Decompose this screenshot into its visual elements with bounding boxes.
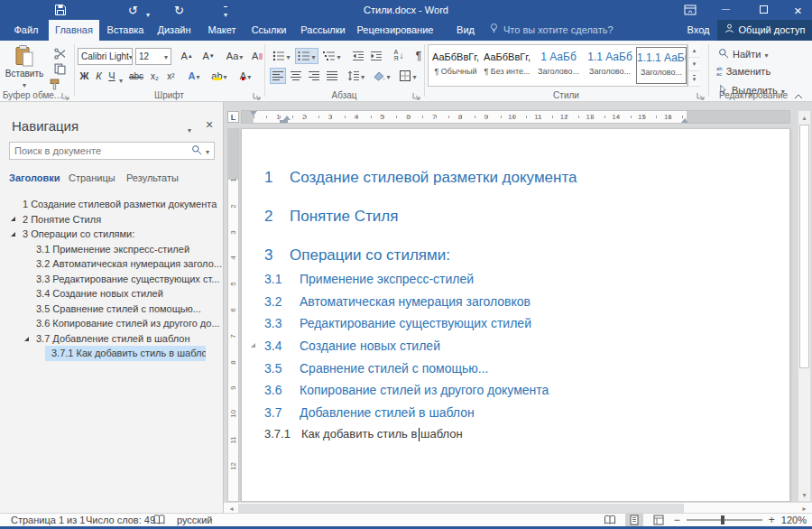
web-layout-icon[interactable] (650, 514, 668, 526)
line-spacing-button[interactable] (345, 68, 367, 84)
heading-collapse-triangle-icon[interactable] (251, 343, 255, 348)
doc-heading[interactable]: 3.7.1Как добавить стиль в шаблон (264, 427, 463, 441)
nav-tab-results[interactable]: Результаты (126, 172, 179, 183)
clear-formatting-button[interactable]: А (251, 48, 263, 64)
zoom-out-button[interactable]: − (674, 515, 680, 524)
doc-heading[interactable]: 3.1Применение экспресс-стилей (264, 272, 474, 286)
bold-button[interactable]: Ж (78, 68, 91, 84)
superscript-button[interactable]: x² (163, 68, 179, 84)
vertical-scrollbar[interactable]: ▴ ▾ (798, 110, 811, 502)
gallery-more-icon[interactable]: ▾ (687, 71, 700, 87)
search-options-icon[interactable] (206, 145, 209, 156)
font-family-select[interactable]: Calibri Light (78, 48, 133, 65)
decrease-indent-button[interactable] (350, 48, 366, 64)
change-case-button[interactable]: Аа (222, 48, 247, 64)
doc-heading[interactable]: 3.4Создание новых стилей (264, 339, 440, 353)
replace-button[interactable]: abac Заменить (716, 66, 770, 77)
increase-indent-button[interactable] (368, 48, 384, 64)
chevron-down-icon[interactable] (119, 74, 123, 85)
shading-button[interactable] (370, 68, 393, 84)
doc-heading[interactable]: 3.5Сравнение стилей с помощью... (264, 361, 488, 376)
tab-layout[interactable]: Макет (202, 20, 242, 41)
scroll-up-icon[interactable]: ▴ (798, 112, 810, 124)
clipboard-dialog-launcher-icon[interactable] (61, 91, 69, 99)
underline-button[interactable]: Ч (106, 68, 118, 84)
tab-home[interactable]: Главная (49, 20, 99, 41)
cut-icon[interactable] (54, 48, 66, 61)
shrink-font-button[interactable]: А▾ (198, 48, 217, 64)
tab-design[interactable]: Дизайн (152, 20, 197, 41)
nav-heading-item[interactable]: 3.1 Применение экспресс-стилей (0, 242, 222, 257)
align-right-button[interactable] (306, 68, 322, 84)
style-card-heading1[interactable]: 1 АаБб Заголово... (533, 47, 584, 84)
collapse-triangle-icon[interactable] (11, 232, 15, 237)
zoom-slider-thumb[interactable] (721, 515, 724, 524)
tab-insert[interactable]: Вставка (103, 20, 148, 41)
align-center-button[interactable] (288, 68, 304, 84)
nav-heading-item[interactable]: 2 Понятие Стиля (0, 212, 222, 227)
nav-heading-item[interactable]: 3.2 Автоматическая нумерация заголо... (0, 256, 222, 272)
styles-dialog-launcher-icon[interactable] (697, 91, 705, 99)
nav-heading-item[interactable]: 3.3 Редактирование существующих ст... (0, 272, 222, 287)
language-indicator[interactable]: русский (177, 514, 212, 526)
zoom-level[interactable]: 120% (781, 515, 807, 525)
font-color-button[interactable]: А (234, 68, 257, 84)
nav-heading-item[interactable]: 3 Операции со стилями: (0, 227, 222, 242)
tab-mailings[interactable]: Рассылки (296, 20, 350, 41)
right-indent-marker[interactable] (681, 118, 688, 123)
left-indent-marker[interactable] (280, 120, 288, 123)
font-dialog-launcher-icon[interactable] (253, 91, 261, 99)
style-card-no-spacing[interactable]: АаБбВвГг, ¶ Без инте... (482, 47, 532, 84)
multilevel-list-button[interactable] (321, 48, 343, 64)
highlight-color-button[interactable]: ab (208, 68, 231, 84)
collapse-ribbon-icon[interactable] (793, 91, 804, 102)
sort-button[interactable]: АЯ↓ (390, 47, 408, 63)
first-line-indent-marker[interactable] (250, 111, 257, 116)
collapse-triangle-icon[interactable] (11, 217, 15, 221)
tab-view[interactable]: Вид (451, 20, 480, 41)
sign-in-button[interactable]: Вход (681, 20, 715, 41)
doc-heading[interactable]: 2Понятие Стиля (264, 208, 398, 226)
tab-review[interactable]: Рецензирование (355, 20, 435, 41)
numbering-button[interactable] (295, 48, 318, 64)
nav-tab-pages[interactable]: Страницы (69, 172, 115, 183)
nav-heading-item[interactable]: 3.7 Добавление стилей в шаблон (0, 331, 222, 347)
nav-tab-headings[interactable]: Заголовки (9, 172, 60, 183)
tab-references[interactable]: Ссылки (247, 20, 291, 41)
align-left-button[interactable] (270, 68, 286, 84)
nav-heading-item[interactable]: 3.6 Копирование стилей из другого до... (0, 316, 222, 331)
tell-me-box[interactable]: Что вы хотите сделать? (489, 20, 614, 41)
tab-file[interactable]: Файл (7, 20, 45, 41)
style-card-heading3[interactable]: 1.1.1 АаБб Заголово... (636, 47, 687, 84)
doc-heading[interactable]: 3.2Автоматическая нумерация заголовков (264, 294, 531, 309)
nav-heading-item[interactable]: 3.4 Создание новых стилей (0, 286, 222, 302)
justify-button[interactable] (324, 68, 340, 84)
maximize-button[interactable] (760, 5, 768, 14)
vertical-scroll-thumb[interactable] (799, 125, 809, 368)
nav-pane-menu-icon[interactable] (188, 124, 191, 135)
close-button[interactable] (794, 3, 802, 18)
gallery-scroll-down-icon[interactable]: ▾ (687, 58, 700, 71)
strikethrough-button[interactable]: abc (126, 68, 146, 84)
paste-button[interactable]: Вставить (4, 45, 45, 90)
scroll-down-icon[interactable]: ▾ (798, 489, 810, 501)
doc-heading[interactable]: 1Создание стилевой разметки документа (264, 169, 577, 187)
grow-font-button[interactable]: А▴ (177, 48, 196, 64)
read-mode-icon[interactable] (601, 514, 619, 526)
doc-heading[interactable]: 3.7Добавление стилей в шаблон (264, 405, 475, 420)
font-size-select[interactable]: 12 (135, 48, 171, 65)
paragraph-dialog-launcher-icon[interactable] (412, 91, 420, 99)
document-page[interactable]: 1Создание стилевой разметки документа 2П… (241, 128, 790, 502)
doc-heading[interactable]: 3.6Копирование стилей из другого докумен… (264, 383, 549, 397)
gallery-scroll-up-icon[interactable]: ▴ (687, 44, 700, 58)
doc-heading[interactable]: 3Операции со стилями: (264, 246, 450, 264)
show-formatting-marks-button[interactable]: ¶ (411, 48, 426, 64)
print-layout-icon[interactable] (625, 514, 643, 526)
tab-stop-selector[interactable]: L (227, 111, 239, 123)
italic-button[interactable]: К (93, 68, 105, 84)
doc-heading[interactable]: 3.3Редактирование существующих стилей (264, 316, 531, 330)
nav-pane-close-icon[interactable]: × (206, 117, 213, 132)
style-card-normal[interactable]: АаБбВвГг, ¶ Обычный (430, 47, 481, 84)
copy-icon[interactable] (54, 63, 66, 77)
ribbon-display-options-icon[interactable] (684, 5, 697, 17)
